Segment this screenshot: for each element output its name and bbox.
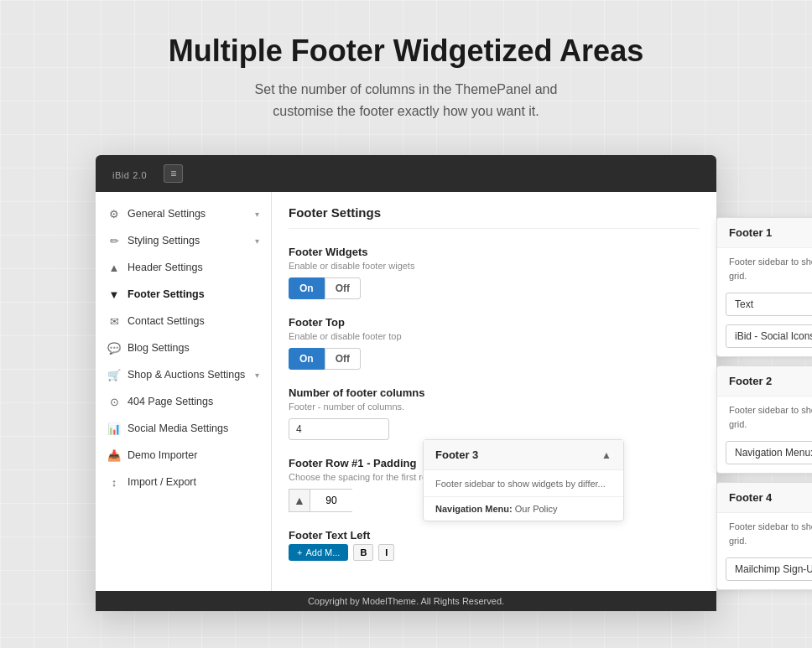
footer-columns-row: Number of footer columns Footer - number… [289, 386, 700, 440]
page-title: Multiple Footer Widgetized Areas [169, 34, 643, 69]
sidebar-label-shop: Shop & Auctions Settings [128, 369, 245, 381]
general-icon: ⚙ [107, 207, 121, 220]
number-decrement-button[interactable]: ▲ [289, 489, 310, 512]
sidebar-item-general[interactable]: ⚙ General Settings ▾ [96, 200, 271, 227]
footer4-title: Footer 4 [729, 491, 772, 504]
footer3-title: Footer 3 [435, 448, 478, 461]
footer1-header[interactable]: Footer 1 ▲ [717, 218, 812, 248]
footer3-nav: Navigation Menu: Our Policy [424, 496, 623, 521]
chevron-down-icon: ▾ [255, 236, 259, 246]
header-icon: ▲ [107, 261, 121, 274]
blog-icon: 💬 [107, 341, 121, 355]
sidebar-item-social[interactable]: 📊 Social Media Settings [96, 415, 271, 442]
sidebar-item-header[interactable]: ▲ Header Settings [96, 254, 271, 281]
footer-text-left-row: Footer Text Left + Add M... B I [289, 529, 700, 561]
footer4-select-box[interactable]: Mailchimp Sign-Up Form: Subscribe to ...… [726, 557, 812, 581]
footer1-select-1: Text ▼ [726, 293, 812, 316]
footer-widgets-label: Footer Widgets [289, 246, 700, 258]
shop-icon: 🛒 [107, 368, 121, 381]
footer4-header[interactable]: Footer 4 ▲ [717, 483, 812, 513]
sidebar-item-import[interactable]: ↕ Import / Export [96, 469, 271, 495]
sidebar-label-contact: Contact Settings [128, 315, 205, 327]
footer-panels-container: Footer 1 ▲ Footer sidebar to show widget… [716, 192, 812, 599]
footer2-panel: Footer 2 ▲ Footer sidebar to show widget… [716, 365, 812, 474]
section-title: Footer Settings [289, 205, 700, 229]
footer-top-label: Footer Top [289, 316, 700, 329]
footer3-chevron-icon: ▲ [601, 449, 612, 461]
sidebar-label-footer: Footer Settings [128, 288, 205, 300]
browser-window: iBid2.0 ≡ ⚙ General Settings ▾ ✏ Styling… [96, 155, 716, 611]
chevron-down-icon: ▾ [255, 210, 259, 219]
toggle-off-button[interactable]: Off [325, 277, 361, 299]
sidebar-item-footer[interactable]: ▼ Footer Settings [96, 281, 271, 308]
footer3-panel: Footer 3 ▲ Footer sidebar to show widget… [423, 439, 624, 521]
sidebar-item-shop[interactable]: 🛒 Shop & Auctions Settings ▾ [96, 361, 271, 388]
editor-toolbar: + Add M... B I [289, 544, 700, 561]
footer-top-row: Footer Top Enable or disable footer top … [289, 316, 700, 370]
sidebar-label-blog: Blog Settings [128, 342, 190, 354]
footer4-panel: Footer 4 ▲ Footer sidebar to show widget… [716, 482, 812, 590]
sidebar-item-contact[interactable]: ✉ Contact Settings [96, 308, 271, 334]
footer-columns-desc: Footer - number of columns. [289, 402, 700, 412]
italic-button[interactable]: I [378, 544, 394, 561]
footer-top-desc: Enable or disable footer top [289, 331, 700, 341]
footer4-select: Mailchimp Sign-Up Form: Subscribe to ...… [726, 557, 812, 581]
styling-icon: ✏ [107, 234, 121, 247]
contact-icon: ✉ [107, 314, 121, 328]
footer2-select-box[interactable]: Navigation Menu: Useful Links ▼ [726, 441, 812, 464]
footer2-title: Footer 2 [729, 375, 772, 387]
browser-body: ⚙ General Settings ▾ ✏ Styling Settings … [96, 192, 716, 591]
footer1-desc: Footer sidebar to show widgets by differ… [717, 248, 812, 288]
sidebar-item-404[interactable]: ⊙ 404 Page Settings [96, 388, 271, 415]
footer2-header[interactable]: Footer 2 ▲ [717, 366, 812, 397]
add-media-button[interactable]: + Add M... [289, 544, 348, 561]
sidebar-label-404: 404 Page Settings [128, 396, 213, 407]
footer1-select-box[interactable]: Text ▼ [726, 293, 812, 316]
bold-button[interactable]: B [353, 544, 373, 561]
footer1-select-box-2[interactable]: iBid - Social Icons widget ▼ [726, 324, 812, 348]
sidebar-label-general: General Settings [128, 208, 206, 220]
404-icon: ⊙ [107, 395, 121, 408]
plus-icon: + [297, 547, 302, 557]
sidebar-item-blog[interactable]: 💬 Blog Settings [96, 334, 271, 361]
footer-icon: ▼ [107, 288, 121, 301]
sidebar-label-styling: Styling Settings [128, 235, 200, 246]
import-icon: ↕ [107, 475, 121, 489]
sidebar-item-styling[interactable]: ✏ Styling Settings ▾ [96, 227, 271, 254]
topbar-menu-icon[interactable]: ≡ [164, 164, 183, 183]
footer3-nav-label: Navigation Menu: [435, 504, 513, 514]
footer3-nav-value: Our Policy [515, 504, 558, 514]
browser-topbar: iBid2.0 ≡ [96, 155, 716, 192]
footer2-desc: Footer sidebar to show widgets by differ… [717, 397, 812, 436]
footer-columns-label: Number of footer columns [289, 386, 700, 399]
sidebar-label-social: Social Media Settings [128, 422, 228, 434]
demo-icon: 📥 [107, 448, 121, 462]
toggle-off-button-2[interactable]: Off [325, 348, 361, 370]
sidebar: ⚙ General Settings ▾ ✏ Styling Settings … [96, 192, 272, 591]
footer1-title: Footer 1 [729, 226, 772, 239]
sidebar-label-demo: Demo Importer [128, 449, 197, 461]
footer-top-toggle: On Off [289, 348, 700, 370]
footer-widgets-toggle: On Off [289, 277, 700, 299]
toggle-on-button-2[interactable]: On [289, 348, 325, 370]
toggle-on-button[interactable]: On [289, 277, 325, 299]
footer3-desc: Footer sidebar to show widgets by differ… [424, 470, 623, 496]
footer3-header[interactable]: Footer 3 ▲ [424, 440, 623, 470]
footer1-panel: Footer 1 ▲ Footer sidebar to show widget… [716, 217, 812, 357]
ibid-logo: iBid2.0 [109, 165, 147, 183]
footer1-select-2: iBid - Social Icons widget ▼ [726, 324, 812, 348]
sidebar-label-header: Header Settings [128, 262, 203, 273]
footer2-select: Navigation Menu: Useful Links ▼ [726, 441, 812, 464]
sidebar-label-import: Import / Export [128, 476, 196, 488]
footer4-desc: Footer sidebar to show widgets by differ… [717, 513, 812, 552]
padding-value-input[interactable] [310, 489, 352, 512]
footer-text-left-label: Footer Text Left [289, 529, 700, 542]
main-panel: Footer Settings Footer Widgets Enable or… [272, 192, 716, 591]
copyright-bar: Copyright by ModelTheme. All Rights Rese… [96, 591, 716, 611]
footer-widgets-row: Footer Widgets Enable or disable footer … [289, 246, 700, 299]
chevron-down-icon: ▾ [255, 371, 259, 380]
footer-columns-input[interactable] [289, 418, 389, 440]
sidebar-item-demo[interactable]: 📥 Demo Importer [96, 442, 271, 469]
page-header: Multiple Footer Widgetized Areas Set the… [169, 34, 643, 122]
social-icon: 📊 [107, 422, 121, 435]
